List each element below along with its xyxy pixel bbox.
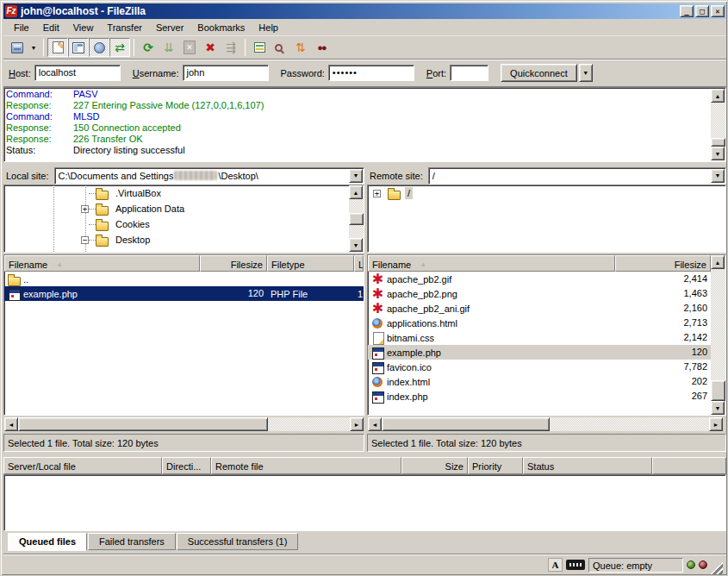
menu-server[interactable]: Server (149, 21, 190, 34)
scroll-thumb[interactable] (349, 213, 364, 225)
tree-expander-icon[interactable] (81, 236, 89, 244)
column-header-filetype[interactable]: Filetype (267, 255, 354, 272)
scroll-down-icon[interactable]: ▼ (349, 238, 363, 252)
tree-item[interactable]: Application Data (4, 201, 364, 216)
column-header-direction[interactable]: Directi... (162, 457, 211, 474)
queue-header: Server/Local file Directi... Remote file… (3, 457, 726, 474)
column-header-server-local-file[interactable]: Server/Local file (3, 457, 162, 474)
local-list-hscrollbar[interactable]: ◄ ► (4, 417, 364, 431)
resize-grip[interactable] (711, 562, 723, 574)
column-header-priority[interactable]: Priority (468, 457, 523, 474)
toggle-transfer-queue-icon[interactable]: ⇄ (109, 38, 130, 57)
toggle-message-log-icon[interactable] (47, 38, 68, 57)
column-header-remote-file[interactable]: Remote file (211, 457, 401, 474)
file-row[interactable]: apache_pb2.gif 2,414 (368, 272, 725, 286)
remote-site-combo[interactable]: / ▼ (428, 167, 726, 185)
tree-item[interactable]: / (368, 185, 725, 201)
remote-list-hscrollbar[interactable]: ◄ ► (368, 417, 723, 431)
maximize-button[interactable]: □ (695, 5, 709, 17)
host-input[interactable]: localhost (34, 65, 121, 81)
menu-edit[interactable]: Edit (36, 21, 66, 34)
folder-icon (388, 187, 401, 199)
scroll-up-icon[interactable]: ▲ (349, 185, 363, 199)
quickconnect-button[interactable]: Quickconnect (501, 64, 577, 82)
host-label: Host: (9, 68, 31, 78)
directory-comparison-icon[interactable] (270, 38, 290, 57)
tree-item[interactable]: Desktop (4, 232, 364, 247)
site-manager-dropdown-icon[interactable]: ▼ (28, 38, 40, 57)
column-header-size[interactable]: Size (401, 457, 468, 474)
filename-filters-icon[interactable] (249, 38, 270, 57)
tree-item[interactable]: Cookies (4, 216, 364, 232)
column-header-filename[interactable]: Filename▲ (4, 255, 200, 272)
tree-expander-icon[interactable] (81, 205, 89, 213)
cancel-operation-icon[interactable]: ✕ (179, 38, 200, 57)
scroll-thumb[interactable] (382, 417, 550, 431)
combo-dropdown-icon[interactable]: ▼ (711, 169, 725, 183)
combo-dropdown-icon[interactable]: ▼ (349, 169, 363, 183)
column-header-filesize[interactable]: Filesize (200, 255, 267, 272)
synchronized-browsing-icon[interactable]: ⇅ (290, 38, 311, 57)
menu-transfer[interactable]: Transfer (100, 21, 149, 34)
refresh-icon[interactable]: ⟳ (138, 38, 159, 57)
disconnect-icon[interactable]: ✖ (200, 38, 221, 57)
username-input[interactable]: john (183, 65, 269, 81)
file-row[interactable]: .. (4, 272, 364, 286)
scroll-thumb[interactable] (711, 380, 725, 401)
log-scrollbar[interactable]: ▲ ▼ (711, 89, 725, 160)
toggle-remote-tree-icon[interactable] (89, 38, 109, 57)
reconnect-icon[interactable]: ⇶ (221, 38, 241, 57)
remote-list-scrollbar[interactable]: ▲ ▼ (711, 255, 725, 415)
message-log: Command:PASV Response:227 Entering Passi… (3, 87, 726, 162)
column-header-filesize[interactable]: Filesize (615, 255, 711, 272)
file-row[interactable]: index.html 202 (368, 374, 725, 389)
scroll-left-icon[interactable]: ◄ (368, 417, 382, 431)
password-input[interactable]: •••••• (328, 65, 414, 81)
scroll-up-icon[interactable]: ▲ (711, 255, 725, 269)
toggle-local-tree-icon[interactable] (68, 38, 89, 57)
local-site-combo[interactable]: C:\Documents and Settings\Desktop\ ▼ (54, 167, 364, 185)
file-row[interactable]: apache_pb2.png 1,463 (368, 286, 725, 301)
menu-file[interactable]: File (7, 21, 36, 34)
file-row-selected[interactable]: example.php 120 PHP File 1 (4, 286, 364, 301)
sort-ascending-icon: ▲ (420, 260, 426, 268)
tab-successful-transfers[interactable]: Successful transfers (1) (177, 533, 299, 550)
file-row[interactable]: bitnami.css 2,142 (368, 330, 725, 345)
tree-item[interactable]: .VirtualBox (4, 185, 364, 201)
tree-expander-icon[interactable] (373, 190, 381, 197)
close-button[interactable]: ✕ (711, 5, 725, 17)
menu-help[interactable]: Help (252, 21, 285, 34)
scroll-thumb[interactable] (18, 417, 268, 431)
minimize-button[interactable]: _ (680, 5, 694, 17)
local-tree-scrollbar[interactable]: ▲ ▼ (349, 185, 364, 252)
menu-view[interactable]: View (66, 21, 101, 34)
menu-bookmarks[interactable]: Bookmarks (190, 21, 252, 34)
scroll-up-icon[interactable]: ▲ (711, 89, 725, 103)
tab-queued-files[interactable]: Queued files (8, 533, 87, 551)
speed-limit-indicator-icon[interactable] (566, 560, 585, 570)
scroll-right-icon[interactable]: ► (709, 417, 723, 431)
tab-failed-transfers[interactable]: Failed transfers (88, 533, 176, 550)
scroll-down-icon[interactable]: ▼ (711, 401, 725, 415)
scroll-right-icon[interactable]: ► (350, 417, 364, 431)
scroll-down-icon[interactable]: ▼ (711, 147, 725, 160)
column-header-filename[interactable]: Filename▲ (368, 255, 615, 272)
site-manager-icon[interactable] (7, 38, 28, 57)
scroll-left-icon[interactable]: ◄ (4, 417, 18, 431)
file-row[interactable]: applications.html 2,713 (368, 316, 725, 330)
file-row[interactable]: favicon.ico 7,782 (368, 360, 725, 374)
process-queue-icon[interactable]: ⇊ (159, 38, 179, 57)
find-files-icon[interactable]: ●● (311, 38, 332, 57)
local-file-list: Filename▲ Filesize Filetype L .. example… (3, 254, 364, 416)
column-header-status[interactable]: Status (523, 457, 652, 474)
quickconnect-dropdown-icon[interactable]: ▼ (579, 64, 593, 82)
port-input[interactable] (450, 65, 488, 81)
column-header-lastmodified[interactable]: L (354, 255, 364, 272)
scroll-thumb[interactable] (711, 138, 725, 147)
data-type-indicator-icon[interactable]: A (548, 558, 563, 572)
file-row-selected[interactable]: example.php 120 (368, 345, 725, 360)
file-row[interactable]: index.php 267 (368, 389, 725, 404)
file-row[interactable]: apache_pb2_ani.gif 2,160 (368, 301, 725, 316)
username-label: Username: (133, 68, 179, 78)
redacted-username (174, 171, 217, 180)
